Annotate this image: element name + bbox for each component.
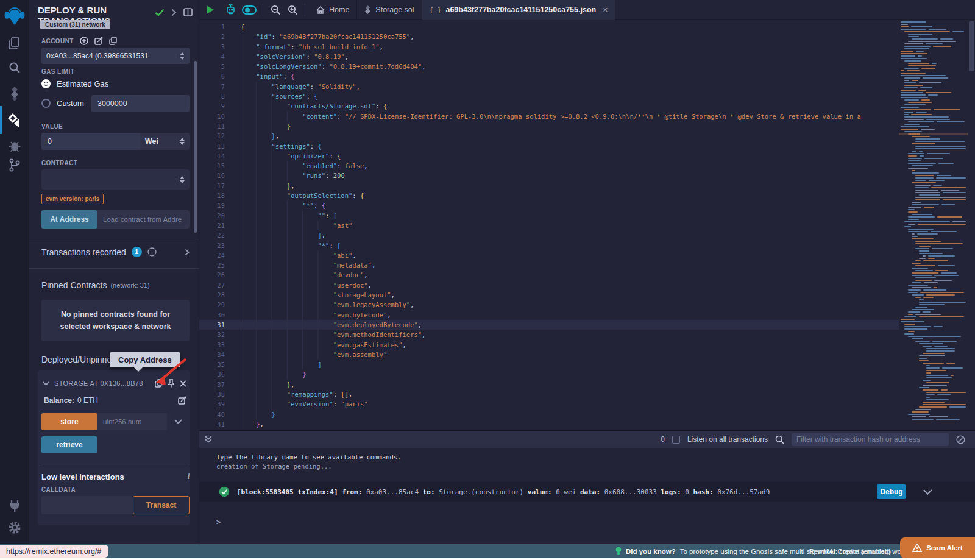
- value-unit-select[interactable]: Wei: [140, 133, 190, 150]
- code-line[interactable]: 30"evm.bytecode",: [199, 310, 899, 320]
- code-line[interactable]: 7"language": "Solidity",: [199, 82, 899, 91]
- collapse-contract-icon[interactable]: [43, 381, 49, 386]
- transact-button[interactable]: Transact: [133, 496, 190, 514]
- store-button[interactable]: store: [41, 413, 98, 430]
- terminal-prompt[interactable]: >: [216, 518, 221, 527]
- code-line[interactable]: 31"evm.deployedBytecode",: [199, 320, 899, 330]
- at-address-input[interactable]: [98, 210, 190, 229]
- copilot-toggle[interactable]: [239, 0, 259, 20]
- editor-scrollbar[interactable]: [969, 21, 974, 71]
- code-line[interactable]: 11}: [199, 121, 899, 131]
- code-editor[interactable]: 1{2"id": "a69b43f277ba20fcac141151250ca7…: [199, 20, 975, 430]
- terminal-filter-input[interactable]: [792, 433, 949, 446]
- contract-select[interactable]: [41, 169, 190, 190]
- listen-all-checkbox[interactable]: [672, 436, 680, 444]
- tab-home[interactable]: Home: [309, 0, 357, 20]
- run-script-button[interactable]: [199, 0, 221, 20]
- tab-json-file[interactable]: { } a69b43f277ba20fcac141151250ca755.jso…: [422, 0, 616, 20]
- account-stepper-icon[interactable]: [180, 52, 185, 60]
- code-line[interactable]: 1{: [199, 22, 899, 32]
- code-line[interactable]: 22],: [199, 230, 899, 240]
- zoom-out-button[interactable]: [267, 0, 284, 20]
- code-line[interactable]: 14"optimizer": {: [199, 151, 899, 161]
- code-line[interactable]: 29"evm.legacyAssembly",: [199, 300, 899, 310]
- code-line[interactable]: 16"runs": 200: [199, 171, 899, 180]
- sidebar-item-file-explorer[interactable]: [0, 34, 29, 52]
- code-line[interactable]: 32"evm.methodIdentifiers",: [199, 330, 899, 339]
- tab-storage-sol[interactable]: Storage.sol: [357, 0, 422, 20]
- expand-transactions-icon[interactable]: [185, 249, 190, 256]
- store-arg-input[interactable]: [98, 413, 167, 430]
- code-line[interactable]: 33"evm.gasEstimates",: [199, 340, 899, 350]
- code-line[interactable]: 19"*": {: [199, 200, 899, 210]
- estimated-gas-radio[interactable]: [41, 79, 51, 88]
- sidebar-item-source-control[interactable]: [0, 156, 29, 174]
- pin-panel-icon[interactable]: [183, 8, 193, 16]
- copy-address-icon[interactable]: [155, 379, 163, 388]
- code-line[interactable]: 35]: [199, 360, 899, 369]
- chevron-right-icon[interactable]: [171, 9, 177, 16]
- code-line[interactable]: 6"input": {: [199, 71, 899, 81]
- terminal-output[interactable]: Type the library name to see available c…: [199, 448, 975, 544]
- code-line[interactable]: 20"": [: [199, 211, 899, 221]
- code-line[interactable]: 36}: [199, 369, 899, 379]
- copilot-status[interactable]: RemixAI Copilot (enabled): [809, 544, 891, 558]
- code-line[interactable]: 4"solcVersion": "0.8.19",: [199, 52, 899, 62]
- clear-console-icon[interactable]: [956, 435, 965, 444]
- code-line[interactable]: 18"outputSelection": {: [199, 191, 899, 200]
- add-account-icon[interactable]: [80, 37, 88, 45]
- expand-store-icon[interactable]: [174, 419, 182, 424]
- code-line[interactable]: 41},: [199, 419, 899, 429]
- code-line[interactable]: 3"_format": "hh-sol-build-info-1",: [199, 42, 899, 52]
- calldata-input[interactable]: [41, 496, 133, 514]
- code-line[interactable]: 38"remappings": [],: [199, 389, 899, 399]
- code-line[interactable]: 9"contracts/Storage.sol": {: [199, 101, 899, 111]
- code-line[interactable]: 23"*": [: [199, 241, 899, 250]
- code-line[interactable]: 21"ast": [199, 221, 899, 230]
- code-line[interactable]: 12},: [199, 131, 899, 141]
- code-line[interactable]: 34"evm.assembly": [199, 350, 899, 360]
- code-line[interactable]: 25"metadata",: [199, 260, 899, 270]
- sign-message-icon[interactable]: [94, 37, 103, 45]
- debug-button[interactable]: Debug: [877, 484, 906, 499]
- code-line[interactable]: 24"abi",: [199, 250, 899, 260]
- edit-balance-icon[interactable]: [178, 396, 186, 405]
- sidebar-item-debugger[interactable]: [0, 136, 29, 155]
- zoom-in-button[interactable]: [284, 0, 301, 20]
- retrieve-button[interactable]: retrieve: [41, 436, 98, 453]
- sidebar-item-settings[interactable]: [0, 518, 29, 537]
- pin-contract-icon[interactable]: [168, 379, 175, 388]
- at-address-button[interactable]: At Address: [41, 210, 98, 229]
- account-select[interactable]: 0xA03...85ac4 (0.39866531531: [41, 48, 190, 64]
- minimap[interactable]: [899, 20, 968, 430]
- transaction-log-row[interactable]: [block:5583405 txIndex:4] from: 0xa03...…: [199, 482, 975, 502]
- expand-tx-icon[interactable]: [923, 489, 932, 495]
- code-line[interactable]: 5"solcLongVersion": "0.8.19+commit.7dd6d…: [199, 62, 899, 71]
- code-line[interactable]: 8"sources": {: [199, 91, 899, 101]
- code-line[interactable]: 2"id": "a69b43f277ba20fcac141151250ca755…: [199, 32, 899, 41]
- sidebar-item-plugin-manager[interactable]: [0, 496, 29, 514]
- ai-copilot-button[interactable]: [221, 0, 239, 20]
- remix-logo[interactable]: [0, 5, 29, 27]
- collapse-terminal-icon[interactable]: [204, 435, 213, 444]
- sidebar-item-search[interactable]: [0, 58, 29, 77]
- code-line[interactable]: 27"userdoc",: [199, 280, 899, 290]
- panel-scrollbar[interactable]: [194, 61, 197, 233]
- code-line[interactable]: 37},: [199, 380, 899, 389]
- code-line[interactable]: 13"settings": {: [199, 141, 899, 151]
- code-line[interactable]: 40}: [199, 409, 899, 419]
- close-tab-icon[interactable]: ×: [603, 5, 608, 15]
- code-line[interactable]: 39"evmVersion": "paris": [199, 399, 899, 409]
- code-line[interactable]: 26"devdoc",: [199, 270, 899, 280]
- code-line[interactable]: 10"content": "// SPDX-License-Identifier…: [199, 112, 899, 121]
- scam-alert-badge[interactable]: Scam Alert: [900, 537, 975, 558]
- remove-contract-icon[interactable]: [180, 380, 186, 387]
- sidebar-item-solidity-compiler[interactable]: [0, 84, 29, 104]
- code-line[interactable]: 15"enabled": false,: [199, 161, 899, 171]
- value-input[interactable]: [41, 133, 140, 150]
- custom-gas-radio[interactable]: [41, 99, 51, 108]
- code-line[interactable]: 28"storageLayout",: [199, 290, 899, 300]
- sidebar-item-deploy-run[interactable]: [0, 110, 29, 130]
- copy-account-icon[interactable]: [109, 37, 117, 45]
- custom-gas-input[interactable]: [91, 95, 190, 112]
